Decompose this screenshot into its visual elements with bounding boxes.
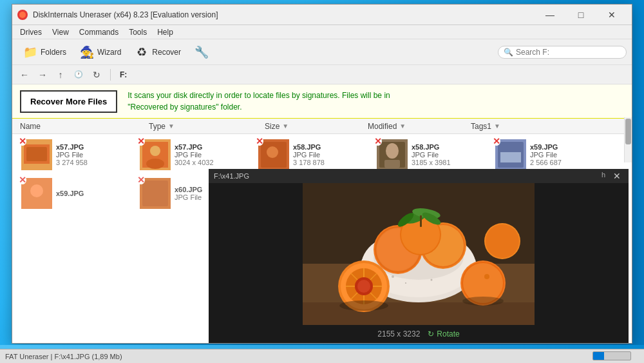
file-info: x57.JPG JPG File 3024 x 4032	[175, 143, 214, 166]
info-line1: It scans your disk directly in order to …	[128, 91, 390, 100]
preview-titlebar: F:\x41.JPG h ✕	[209, 169, 629, 183]
minimize-button[interactable]: —	[535, 5, 565, 25]
file-thumbnail: ✕	[377, 139, 408, 170]
svg-point-57	[357, 280, 370, 293]
list-item[interactable]: ✕ x57.JPG JPG File 3 274 958	[17, 137, 133, 173]
taskbar: FAT Uneraser | F:\x41.JPG (1,89 Mb)	[0, 345, 644, 363]
delete-icon: ✕	[374, 137, 382, 146]
preview-hint: h	[601, 171, 605, 181]
rotate-label: Rotate	[437, 329, 459, 338]
type-filter-icon: ▼	[168, 123, 175, 130]
preview-image-area	[209, 183, 629, 325]
search-box[interactable]: 🔍	[498, 46, 627, 59]
menu-help[interactable]: Help	[152, 26, 178, 38]
refresh-button[interactable]: ↻	[90, 68, 104, 82]
file-name: x57.JPG	[175, 143, 214, 151]
preview-overlay: F:\x41.JPG h ✕	[209, 169, 629, 343]
back-button[interactable]: ←	[17, 68, 32, 82]
size-filter-icon: ▼	[282, 123, 289, 130]
svg-point-5	[150, 146, 160, 156]
delete-icon: ✕	[137, 137, 145, 146]
search-icon: 🔍	[504, 48, 513, 57]
svg-point-66	[392, 275, 394, 278]
svg-rect-16	[500, 152, 521, 162]
delete-icon: ✕	[493, 137, 500, 146]
menu-commands[interactable]: Commands	[74, 26, 124, 38]
title-controls: — □ ✕	[535, 5, 627, 25]
preview-dimensions: 2155 x 3232	[377, 329, 420, 338]
recover-icon: ♻	[134, 44, 149, 60]
up-button[interactable]: ↑	[53, 68, 68, 82]
list-item[interactable]: ✕ x57.JPG JPG File 3024 x 4032	[136, 137, 252, 173]
preview-bottom-bar: 2155 x 3232 ↻ Rotate	[209, 325, 629, 343]
progress-bar	[592, 351, 631, 360]
progress-fill	[593, 352, 604, 360]
file-type: JPG File	[56, 151, 88, 159]
file-info: x58.JPG JPG File 3185 x 3981	[412, 143, 451, 166]
forward-button[interactable]: →	[35, 68, 50, 82]
main-window: DiskInternals Uneraser (x64) 8.23 [Evalu…	[12, 4, 632, 344]
svg-rect-2	[26, 147, 47, 161]
col-modified[interactable]: Modified ▼	[365, 122, 468, 131]
menu-bar: Drives View Commands Tools Help	[12, 25, 632, 39]
scrollbar-thumb[interactable]	[625, 119, 631, 144]
recover-label: Recover	[152, 48, 181, 57]
rotate-button[interactable]: ↻ Rotate	[428, 329, 459, 338]
svg-point-64	[339, 300, 388, 311]
recover-more-files-button[interactable]: Recover More Files	[20, 90, 117, 113]
preview-controls: h ✕	[601, 171, 623, 181]
file-thumbnail: ✕	[21, 139, 52, 170]
list-item[interactable]: ✕ x59.JPG JPG File 2 566 687	[491, 137, 607, 173]
delete-icon: ✕	[137, 175, 145, 184]
menu-tools[interactable]: Tools	[124, 26, 152, 38]
wizard-button[interactable]: 🧙 Wizard	[74, 42, 126, 63]
recover-toolbar-button[interactable]: ♻ Recover	[129, 42, 186, 63]
file-name: x59.JPG	[530, 143, 562, 151]
col-type[interactable]: Type ▼	[146, 122, 262, 131]
maximize-button[interactable]: □	[566, 5, 596, 25]
file-name: x57.JPG	[56, 143, 88, 151]
info-line2: "Recovered by signatures" folder.	[128, 103, 242, 112]
file-type: JPG File	[293, 151, 325, 159]
extra-icon: 🔧	[194, 44, 209, 60]
file-thumbnail: ✕	[495, 139, 526, 170]
file-info: x59.JPG JPG File 2 566 687	[530, 143, 562, 166]
toolbar: 📁 Folders 🧙 Wizard ♻ Recover 🔧 🔍	[12, 39, 632, 65]
file-name: x60.JPG	[175, 186, 202, 193]
info-text: It scans your disk directly in order to …	[128, 90, 390, 113]
file-info: x60.JPG JPG File	[175, 186, 202, 201]
column-headers: Name Type ▼ Size ▼ Modified ▼ Tags1 ▼	[12, 119, 632, 134]
extra-button[interactable]: 🔧	[189, 42, 214, 63]
delete-icon: ✕	[19, 137, 26, 146]
drive-label: F:	[120, 70, 127, 79]
file-thumbnail: ✕	[140, 178, 171, 209]
file-size: 2 566 687	[530, 159, 562, 166]
col-name[interactable]: Name	[17, 122, 146, 131]
window-title: DiskInternals Uneraser (x64) 8.23 [Evalu…	[33, 10, 535, 19]
file-info: x59.JPG	[56, 190, 84, 197]
history-button[interactable]: 🕐	[71, 68, 86, 82]
close-button[interactable]: ✕	[597, 5, 627, 25]
app-icon	[17, 10, 28, 20]
delete-icon: ✕	[256, 137, 263, 146]
col-tags[interactable]: Tags1 ▼	[468, 122, 571, 131]
col-size[interactable]: Size ▼	[262, 122, 365, 131]
svg-point-12	[386, 143, 399, 159]
scrollbar[interactable]	[624, 117, 632, 162]
menu-view[interactable]: View	[47, 26, 74, 38]
svg-rect-20	[142, 181, 168, 206]
address-bar: ← → ↑ 🕐 ↻ F:	[12, 65, 632, 84]
info-banner: Recover More Files It scans your disk di…	[12, 84, 632, 119]
preview-image	[303, 183, 535, 325]
tags-filter-icon: ▼	[494, 123, 500, 130]
file-thumbnail: ✕	[140, 139, 171, 170]
menu-drives[interactable]: Drives	[15, 26, 47, 38]
list-item[interactable]: ✕ x58.JPG JPG File 3 178 878	[254, 137, 370, 173]
preview-close-button[interactable]: ✕	[611, 171, 623, 181]
status-bar-text: FAT Uneraser | F:\x41.JPG (1,89 Mb)	[5, 353, 122, 360]
svg-point-65	[462, 297, 504, 306]
folders-button[interactable]: 📁 Folders	[17, 42, 71, 63]
search-input[interactable]	[516, 48, 621, 57]
list-item[interactable]: ✕ x59.JPG	[17, 175, 133, 211]
list-item[interactable]: ✕ x58.JPG JPG File 3185 x 3981	[373, 137, 489, 173]
